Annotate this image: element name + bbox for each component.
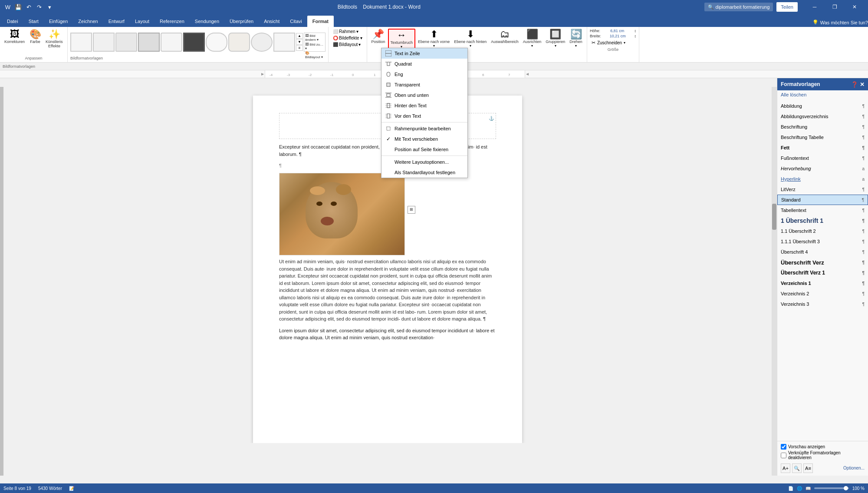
inspect-style-button[interactable]: 🔍	[792, 463, 802, 473]
layout-read-icon[interactable]: 📖	[806, 486, 811, 491]
ausrichten-button[interactable]: ⬛ Ausrichten ▾	[521, 29, 543, 49]
style-more-button[interactable]: ≡	[296, 45, 303, 51]
menu-item-hinter-text[interactable]: Hinter den Text	[381, 100, 467, 111]
img-style-4[interactable]	[138, 33, 160, 52]
menu-item-oben-unten[interactable]: Oben und unten	[381, 90, 467, 100]
tab-citavi[interactable]: Citavi	[285, 16, 307, 27]
layout-web-icon[interactable]: 🌐	[797, 486, 802, 491]
tab-entwurf[interactable]: Entwurf	[103, 16, 130, 27]
style-ueberschrift3[interactable]: 1.1.1 Überschrift 3 ¶	[777, 236, 868, 247]
svg-rect-6	[387, 94, 390, 96]
korrekturen-button[interactable]: 🖼 Korrekturen	[3, 29, 26, 45]
img-style-5[interactable]	[161, 33, 182, 52]
style-verzeichnis3[interactable]: Verzeichnis 3 ¶	[777, 299, 868, 309]
style-beschriftung-tabelle[interactable]: Beschriftung Tabelle ¶	[777, 132, 868, 142]
restore-button[interactable]: ❐	[825, 0, 845, 14]
close-button[interactable]: ✕	[845, 0, 865, 14]
scroll-thumb[interactable]	[772, 204, 776, 230]
style-abbildung[interactable]: Abbildung ¶	[777, 101, 868, 111]
style-litverz[interactable]: LitVerz ¶	[777, 184, 868, 195]
ebene-vorne-button[interactable]: ⬆ Ebene nach vorne ▾	[416, 29, 451, 49]
bildeffekte-button[interactable]: ⭕ Bildeffekte ▾	[331, 35, 364, 41]
style-verzeichnis1[interactable]: Verzeichnis 1 ¶	[777, 278, 868, 288]
tab-ansicht[interactable]: Ansicht	[259, 16, 285, 27]
style-up-button[interactable]: ▲	[296, 33, 303, 39]
redo-button[interactable]: ↷	[35, 3, 43, 11]
vorschau-checkbox[interactable]	[781, 444, 786, 450]
menu-item-vor-text[interactable]: Vor den Text	[381, 111, 467, 121]
img-style-10[interactable]	[273, 33, 295, 52]
image-layout-handle[interactable]: ⊞	[408, 206, 415, 214]
tab-zeichnen[interactable]: Zeichnen	[73, 16, 103, 27]
tab-einfuegen[interactable]: Einfügen	[44, 16, 73, 27]
style-verzeichnis2[interactable]: Verzeichnis 2 ¶	[777, 288, 868, 299]
img-style-7[interactable]	[206, 33, 227, 52]
tab-datei[interactable]: Datei	[2, 16, 23, 27]
menu-item-weitere-layout[interactable]: Weitere Layoutoptionen...	[381, 157, 467, 167]
style-ueberschrift2[interactable]: 1.1 Überschrift 2 ¶	[777, 226, 868, 236]
style-fett[interactable]: Fett ¶	[777, 142, 868, 153]
verknuepfte-checkbox[interactable]	[781, 453, 786, 458]
tab-referenzen[interactable]: Referenzen	[155, 16, 190, 27]
tab-ueberpruefen[interactable]: Überprüfen	[224, 16, 259, 27]
menu-item-position-fixieren[interactable]: Position auf Seite fixieren	[381, 144, 467, 155]
bildlayout-button[interactable]: ⬛ Bildlayout ▾	[331, 42, 364, 47]
spell-check-icon[interactable]: 📝	[69, 486, 74, 491]
img-style-2[interactable]	[93, 33, 115, 52]
img-style-6[interactable]	[183, 33, 205, 52]
style-hervorhebung[interactable]: Hervorhebung a	[777, 163, 868, 174]
ebene-hinten-button[interactable]: ⬇ Ebene nach hinten ▾	[452, 29, 488, 49]
menu-item-standardlayout[interactable]: Als Standardlayout festlegen	[381, 167, 467, 178]
menu-item-transparent[interactable]: Transparent	[381, 79, 467, 90]
tab-start[interactable]: Start	[23, 16, 44, 27]
svg-rect-17	[387, 127, 390, 130]
kuenstlerische-effekte-button[interactable]: ✨ Künstlerische Effekte	[44, 29, 65, 49]
bild-aendern-btn[interactable]: 🖼 Bild ändern ▾ 🖼 Bild zu… ▾ 🎨 Bildlayou…	[304, 33, 326, 52]
menu-item-mit-text[interactable]: ✓ Mit Text verschieben	[381, 134, 467, 144]
style-ueberschrift4[interactable]: Überschrift 4 ¶	[777, 247, 868, 257]
optionen-link[interactable]: Optionen...	[843, 466, 865, 470]
style-ueberschrift1[interactable]: 1 Überschrift 1 ¶	[777, 215, 868, 226]
zuschneiden-button[interactable]: ✂ Zuschneiden ▾	[590, 39, 636, 46]
minimize-button[interactable]: ─	[805, 0, 825, 14]
dog-image[interactable]	[279, 173, 405, 255]
ribbon-search[interactable]: 💡 Was möchten Sie tun?	[812, 20, 868, 25]
tab-sendungen[interactable]: Sendungen	[190, 16, 224, 27]
auswahlbereich-button[interactable]: 🗂 Auswahlbereich	[489, 29, 520, 45]
tab-layout[interactable]: Layout	[130, 16, 155, 27]
img-style-8[interactable]	[228, 33, 250, 52]
style-abbildungsverzeichnis[interactable]: Abbildungsverzeichnis ¶	[777, 111, 868, 122]
undo-button[interactable]: ↶	[24, 3, 33, 11]
tab-format[interactable]: Format	[307, 16, 334, 27]
img-style-9[interactable]	[251, 33, 273, 52]
manage-styles-button[interactable]: A≡	[803, 463, 813, 473]
style-tabellentext[interactable]: Tabellentext ¶	[777, 205, 868, 215]
style-beschriftung[interactable]: Beschriftung ¶	[777, 122, 868, 132]
more-qat-button[interactable]: ▾	[45, 3, 54, 11]
menu-item-rahmenpunkte[interactable]: Rahmenpunkte bearbeiten	[381, 123, 467, 134]
style-down-button[interactable]: ▼	[296, 39, 303, 45]
textumbruch-button[interactable]: ↔ Textumbruch ▾	[388, 29, 416, 50]
style-fussnotentext[interactable]: Fußnotentext ¶	[777, 153, 868, 163]
style-standard[interactable]: Standard ¶	[777, 195, 868, 205]
drehen-button[interactable]: 🔄 Drehen ▾	[568, 29, 584, 49]
vertical-scrollbar[interactable]	[772, 87, 777, 476]
new-style-button[interactable]: A+	[781, 463, 790, 473]
img-style-3[interactable]	[115, 33, 137, 52]
panel-close-icon[interactable]: ✕	[860, 81, 865, 88]
zoom-slider[interactable]	[814, 487, 849, 489]
farbe-button[interactable]: 🎨 Farbe	[27, 29, 43, 45]
search-box[interactable]: 🔍 diplomarbeit formatierung	[704, 3, 773, 11]
style-ueberschrift-verz[interactable]: Überschrift Verz ¶	[777, 257, 868, 268]
panel-help-icon[interactable]: ❓	[851, 81, 858, 88]
layout-print-icon[interactable]: 📄	[788, 486, 793, 491]
position-button[interactable]: 📌 Position	[370, 29, 387, 45]
save-button[interactable]: 💾	[14, 3, 23, 11]
style-hyperlink[interactable]: Hyperlink a	[777, 174, 868, 184]
style-ueberschrift-verz1[interactable]: Überschrift Verz 1 ¶	[777, 268, 868, 278]
rahmen-button[interactable]: ⬜ Rahmen ▾	[331, 29, 364, 34]
img-style-1[interactable]	[70, 33, 92, 52]
alle-loeschen-button[interactable]: Alle löschen	[777, 90, 868, 99]
gruppieren-button[interactable]: 🔲 Gruppieren ▾	[544, 29, 567, 49]
share-button[interactable]: Teilen	[776, 2, 798, 12]
